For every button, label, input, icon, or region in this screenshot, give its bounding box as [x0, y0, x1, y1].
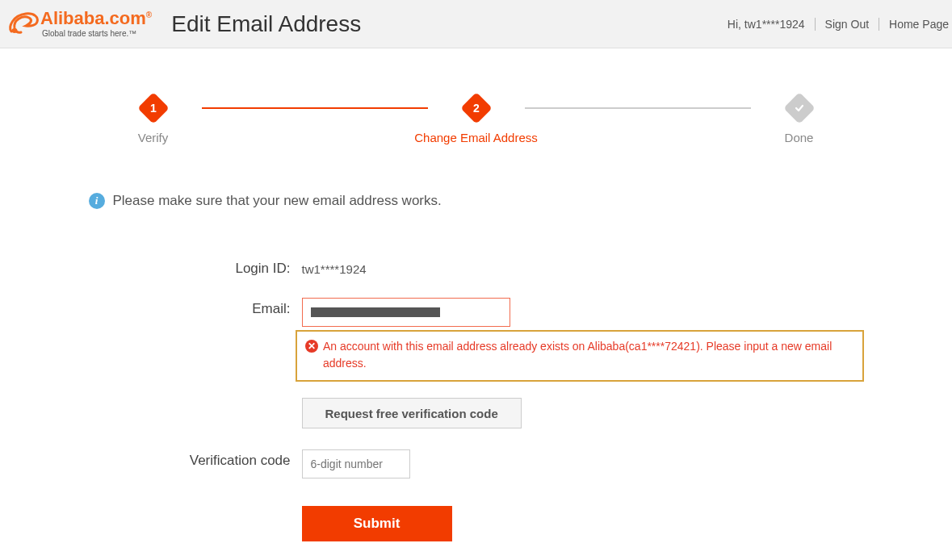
content-area: 1 Verify 2 Change Email Address Done i P… [89, 48, 864, 541]
svg-point-0 [12, 28, 18, 33]
email-input[interactable] [302, 298, 510, 327]
logo-tagline: Global trade starts here.™ [42, 29, 152, 38]
verification-code-input[interactable] [302, 449, 410, 479]
step-2-label: Change Email Address [414, 131, 538, 144]
step-verify: 1 Verify [105, 97, 202, 144]
error-row: ✕ An account with this email address alr… [170, 330, 864, 382]
login-id-label: Login ID: [170, 257, 291, 277]
separator [879, 18, 879, 31]
verification-code-label: Verification code [170, 449, 291, 469]
step-2-number: 2 [473, 102, 480, 115]
logo[interactable]: Alibaba.com® Global trade starts here.™ [6, 10, 152, 38]
login-id-row: Login ID: tw1****1924 [170, 257, 864, 277]
home-page-link[interactable]: Home Page [889, 18, 949, 31]
greeting-text: Hi, tw1****1924 [728, 18, 805, 31]
step-2-diamond: 2 [460, 92, 493, 124]
request-code-row: Request free verification code [170, 398, 864, 428]
step-line-1 [202, 107, 428, 109]
logo-main: Alibaba [40, 8, 104, 28]
error-icon: ✕ [305, 340, 318, 353]
step-1-diamond: 1 [137, 92, 170, 124]
page-title: Edit Email Address [171, 11, 728, 37]
submit-button[interactable]: Submit [302, 506, 452, 541]
info-note-text: Please make sure that your new email add… [113, 193, 442, 209]
logo-text: Alibaba.com® [40, 10, 152, 27]
email-row: Email: [170, 298, 864, 327]
error-text: An account with this email address alrea… [323, 338, 854, 372]
alibaba-logo-icon [6, 10, 40, 38]
request-code-button[interactable]: Request free verification code [302, 398, 522, 428]
check-icon [794, 102, 805, 114]
redacted-email [311, 307, 440, 317]
login-id-value: tw1****1924 [302, 257, 367, 276]
info-note: i Please make sure that your new email a… [89, 193, 864, 209]
verification-code-row: Verification code [170, 449, 864, 479]
step-done: Done [751, 97, 848, 144]
error-box: ✕ An account with this email address alr… [296, 330, 864, 382]
submit-row: Submit [170, 506, 864, 541]
header-bar: Alibaba.com® Global trade starts here.™ … [0, 0, 952, 48]
step-1-label: Verify [138, 131, 169, 144]
logo-registered: ® [146, 10, 152, 19]
step-3-label: Done [785, 131, 814, 144]
step-change-email: 2 Change Email Address [428, 97, 525, 144]
info-icon: i [89, 193, 105, 209]
separator [815, 18, 816, 31]
logo-com: .com [104, 8, 145, 28]
step-1-number: 1 [150, 102, 157, 115]
sign-out-link[interactable]: Sign Out [825, 18, 869, 31]
header-right-links: Hi, tw1****1924 Sign Out Home Page [728, 18, 952, 31]
progress-stepper: 1 Verify 2 Change Email Address Done [89, 97, 864, 144]
email-form: Login ID: tw1****1924 Email: ✕ An accoun… [170, 257, 864, 541]
email-label: Email: [170, 298, 291, 317]
step-3-diamond [783, 92, 816, 124]
step-line-2 [525, 107, 751, 109]
